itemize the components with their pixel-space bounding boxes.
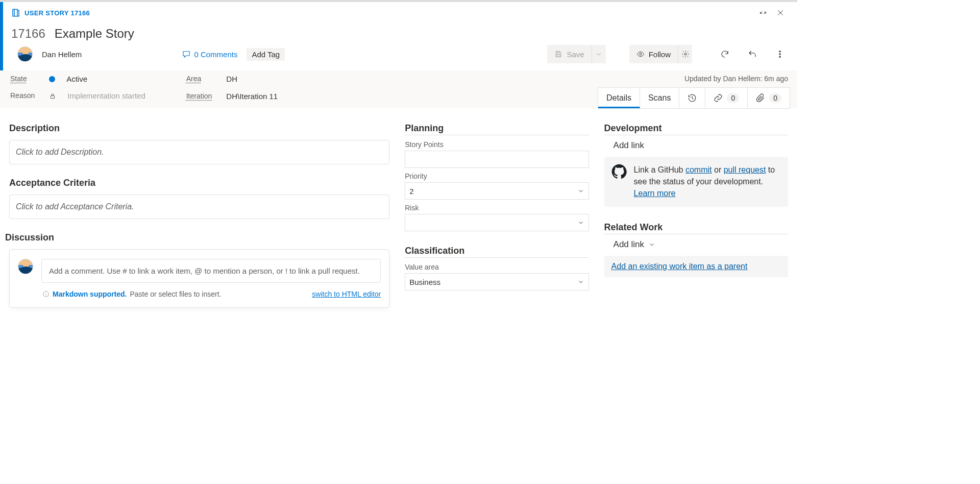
chevron-down-icon [577, 187, 584, 195]
comment-input[interactable]: Add a comment. Use # to link a work item… [41, 259, 381, 283]
area-value[interactable]: DH [226, 75, 278, 84]
work-item-type-label: USER STORY 17166 [24, 9, 90, 17]
priority-label: Priority [405, 172, 589, 180]
acceptance-heading: Acceptance Criteria [9, 178, 389, 189]
related-work-heading: Related Work [604, 222, 788, 234]
value-area-label: Value area [405, 263, 589, 271]
kebab-icon [775, 50, 785, 59]
acceptance-input[interactable]: Click to add Acceptance Criteria. [9, 195, 389, 219]
state-label: State [10, 75, 35, 83]
save-icon [554, 50, 562, 58]
svg-point-4 [779, 56, 780, 57]
classification-heading: Classification [405, 246, 589, 258]
save-button[interactable]: Save [547, 45, 591, 63]
link-icon [714, 93, 723, 103]
restore-window-icon[interactable] [754, 4, 772, 21]
follow-settings[interactable] [678, 45, 692, 63]
undo-icon [748, 50, 757, 59]
iteration-label: Iteration [186, 92, 212, 101]
add-tag-button[interactable]: Add Tag [247, 48, 285, 61]
paste-hint: Paste or select files to insert. [130, 290, 221, 298]
work-item-id: 17166 [11, 27, 45, 41]
gear-icon [681, 50, 690, 58]
add-existing-parent-link[interactable]: Add an existing work item as a parent [604, 256, 788, 277]
risk-label: Risk [405, 204, 589, 212]
more-actions-button[interactable] [771, 45, 789, 63]
refresh-icon [720, 50, 729, 59]
avatar[interactable] [17, 46, 33, 62]
refresh-button[interactable] [716, 45, 734, 63]
priority-select[interactable]: 2 [405, 182, 589, 200]
reason-value[interactable]: Implementation started [49, 91, 145, 101]
tab-links[interactable]: 0 [705, 88, 748, 108]
related-add-link[interactable]: Add link [614, 239, 788, 250]
updated-by-text: Updated by Dan Hellem: 6m ago [684, 75, 788, 83]
value-area-select[interactable]: Business [405, 273, 589, 291]
github-pr-link[interactable]: pull request [724, 165, 766, 174]
reason-label: Reason [10, 91, 35, 101]
learn-more-link[interactable]: Learn more [634, 189, 676, 198]
state-value[interactable]: Active [49, 75, 145, 83]
comment-icon [182, 50, 191, 59]
close-icon[interactable] [772, 4, 789, 21]
development-heading: Development [604, 123, 788, 135]
assignee-name[interactable]: Dan Hellem [42, 50, 82, 59]
story-points-input[interactable] [405, 151, 589, 168]
risk-select[interactable] [405, 214, 589, 231]
follow-button[interactable]: Follow [629, 45, 678, 63]
comments-count: 0 Comments [194, 50, 237, 59]
tab-details[interactable]: Details [598, 88, 640, 108]
discussion-box: Add a comment. Use # to link a work item… [9, 249, 389, 308]
chevron-down-icon [577, 219, 584, 226]
chevron-down-icon [648, 241, 655, 248]
avatar [18, 259, 33, 274]
user-story-icon [11, 8, 20, 17]
save-dropdown[interactable] [592, 45, 606, 63]
svg-point-3 [779, 54, 780, 55]
svg-point-1 [684, 53, 687, 55]
github-commit-link[interactable]: commit [685, 165, 712, 174]
svg-point-2 [779, 51, 780, 52]
development-add-link[interactable]: Add link [614, 140, 788, 151]
markdown-supported-link[interactable]: Markdown supported. [53, 290, 127, 298]
state-dot-icon [49, 76, 55, 82]
description-input[interactable]: Click to add Description. [9, 140, 389, 164]
chevron-down-icon [577, 278, 584, 285]
info-icon [42, 291, 50, 298]
eye-icon [636, 50, 645, 58]
development-panel: Link a GitHub commit or pull request to … [604, 157, 788, 207]
tab-history[interactable] [679, 88, 705, 108]
discussion-heading: Discussion [5, 232, 389, 244]
svg-rect-5 [51, 95, 55, 98]
area-label: Area [186, 75, 212, 84]
attachment-icon [756, 93, 765, 103]
tabstrip: Details Scans 0 0 [598, 87, 790, 109]
story-points-label: Story Points [405, 140, 589, 149]
work-item-title[interactable]: Example Story [55, 27, 134, 41]
iteration-value[interactable]: DH\Iteration 11 [226, 92, 278, 101]
tab-attachments[interactable]: 0 [748, 88, 790, 108]
history-icon [688, 93, 697, 103]
switch-html-link[interactable]: switch to HTML editor [312, 290, 381, 298]
svg-point-0 [640, 53, 642, 55]
planning-heading: Planning [405, 123, 589, 135]
lock-icon [49, 92, 56, 101]
tab-scans[interactable]: Scans [640, 88, 679, 108]
revert-button[interactable] [743, 45, 762, 63]
comments-link[interactable]: 0 Comments [182, 50, 237, 59]
description-heading: Description [9, 123, 389, 135]
github-icon [611, 164, 627, 179]
